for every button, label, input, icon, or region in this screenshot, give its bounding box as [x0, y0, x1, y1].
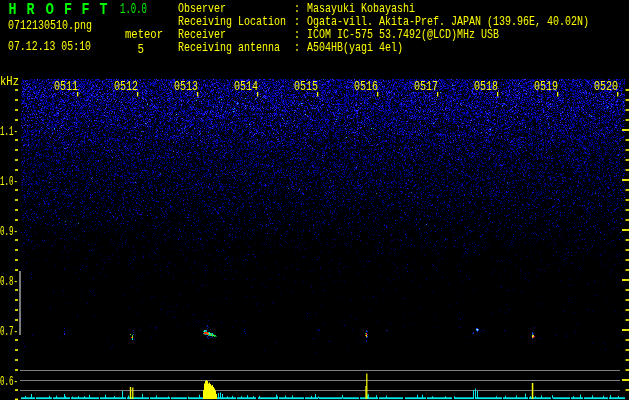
- svg-text:0.7-: 0.7-: [0, 324, 18, 339]
- svg-text:0.9-: 0.9-: [0, 224, 18, 239]
- svg-text:5: 5: [138, 42, 145, 57]
- svg-text:Receiving antenna: Receiving antenna: [178, 40, 280, 55]
- svg-text:H: H: [9, 0, 17, 19]
- svg-text:1.0.0: 1.0.0: [120, 1, 147, 17]
- svg-text:0.6-: 0.6-: [0, 374, 18, 389]
- svg-text:1.1-: 1.1-: [0, 124, 18, 139]
- svg-text:O: O: [46, 0, 55, 19]
- svg-text:0520: 0520: [594, 79, 618, 94]
- svg-text:A504HB(yagi 4el): A504HB(yagi 4el): [307, 40, 403, 55]
- svg-text:R: R: [27, 0, 36, 19]
- svg-text:F: F: [64, 0, 72, 19]
- svg-text:1.0-: 1.0-: [0, 174, 18, 189]
- svg-text:F: F: [82, 0, 90, 19]
- svg-text:0512: 0512: [114, 79, 138, 94]
- svg-text:0511: 0511: [54, 79, 78, 94]
- svg-text:meteor: meteor: [125, 27, 163, 42]
- svg-text:0518: 0518: [474, 79, 498, 94]
- svg-text:T: T: [100, 0, 108, 19]
- svg-text:0514: 0514: [234, 79, 258, 94]
- svg-text::: :: [294, 40, 300, 55]
- svg-text:0517: 0517: [414, 79, 438, 94]
- svg-text:kHz: kHz: [0, 74, 19, 89]
- svg-text:0513: 0513: [174, 79, 198, 94]
- svg-text:0515: 0515: [294, 79, 318, 94]
- svg-text:0516: 0516: [354, 79, 378, 94]
- svg-text:07.12.13 05:10: 07.12.13 05:10: [8, 39, 91, 54]
- svg-text:0519: 0519: [534, 79, 558, 94]
- svg-text:0712130510.png: 0712130510.png: [8, 18, 92, 33]
- svg-text:0.8-: 0.8-: [0, 274, 18, 289]
